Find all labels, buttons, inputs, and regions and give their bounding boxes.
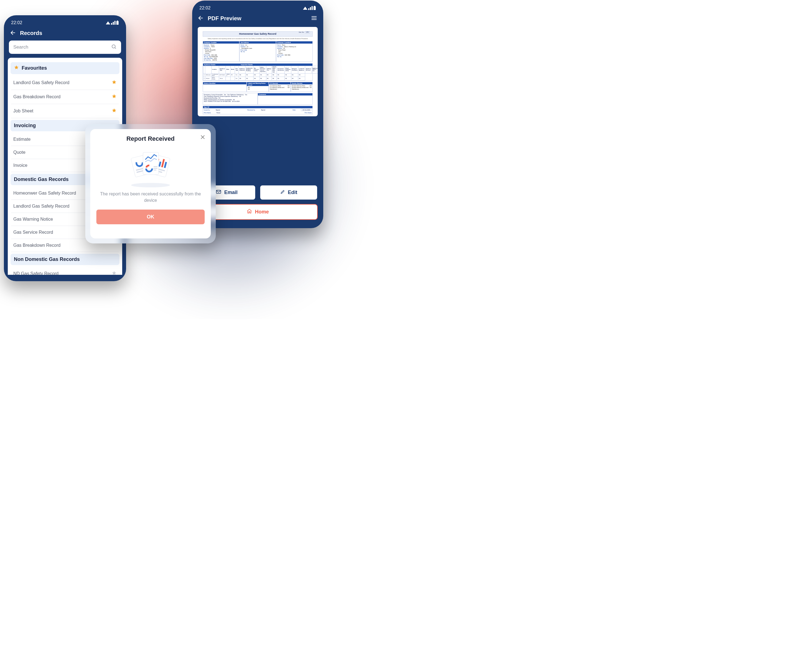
- home-icon: [247, 209, 252, 215]
- item-label: Quote: [13, 150, 25, 155]
- search-input[interactable]: [13, 45, 111, 50]
- doc-cert: Cert. No 278: [299, 31, 310, 33]
- section-head-nondomestic: Non Domestic Gas Records: [10, 254, 120, 265]
- svg-rect-21: [154, 166, 158, 167]
- doc-check-comments: Emergency Control Accessible Yes Gas Tig…: [203, 93, 313, 105]
- item-label: Gas Service Record: [13, 230, 53, 235]
- back-button[interactable]: [10, 30, 16, 36]
- search-icon: [111, 44, 117, 51]
- doc-title: Homeowner Gas Safety Record: [203, 31, 313, 36]
- section-title: Invoicing: [14, 122, 36, 129]
- status-time: 22:02: [11, 20, 22, 25]
- star-icon[interactable]: [112, 79, 117, 86]
- page-title: PDF Preview: [208, 15, 241, 22]
- svg-rect-23: [154, 170, 156, 170]
- item-label: Job Sheet: [13, 109, 33, 114]
- section-title: Favourites: [22, 65, 47, 71]
- svg-point-6: [131, 183, 170, 187]
- status-bar: 22:02: [4, 15, 126, 28]
- status-bar: 22:02: [192, 0, 323, 13]
- status-icons: [303, 6, 316, 10]
- doc-mid: Defects Identified Labels and Warning No…: [203, 82, 313, 92]
- list-item[interactable]: Gas Breakdown Record: [11, 90, 119, 104]
- item-label: Homeonwer Gas Safety Record: [13, 191, 76, 196]
- item-label: Landlord Gas Safety Record: [13, 80, 70, 85]
- item-label: Gas Warning Notice: [13, 217, 53, 222]
- mail-icon: [216, 190, 221, 195]
- report-received-modal: Report Received: [85, 124, 216, 243]
- status-icons: [106, 20, 119, 25]
- svg-rect-3: [314, 7, 316, 10]
- svg-rect-5: [216, 190, 221, 193]
- doc-top-grid: Company / Installer EngineerTrevor Compa…: [203, 41, 313, 61]
- item-label: Invoice: [13, 163, 28, 168]
- status-time: 22:02: [199, 5, 211, 10]
- section-title: Domestic Gas Records: [14, 177, 68, 182]
- item-label: Estimate: [13, 137, 30, 142]
- item-label: Gas Breakdown Record: [13, 94, 61, 99]
- list-item[interactable]: Job Sheet: [11, 104, 119, 118]
- svg-point-2: [112, 45, 115, 48]
- list-item[interactable]: Landlord Gas Safety Record: [11, 76, 119, 90]
- star-icon[interactable]: [112, 94, 117, 100]
- pencil-icon: [280, 189, 285, 196]
- svg-rect-22: [154, 168, 158, 169]
- edit-button[interactable]: Edit: [260, 185, 318, 200]
- doc-subtitle: Safety inspection and reporting carried …: [203, 38, 313, 40]
- svg-rect-1: [117, 20, 118, 21]
- reports-illustration-icon: [124, 146, 177, 188]
- button-label: Home: [255, 209, 269, 215]
- close-icon[interactable]: [200, 134, 206, 141]
- star-icon[interactable]: [112, 108, 117, 114]
- search-wrap: [4, 41, 126, 58]
- ok-button[interactable]: OK: [96, 210, 205, 224]
- back-button[interactable]: [198, 15, 204, 22]
- svg-rect-4: [314, 6, 315, 7]
- doc-appliance-table: Appliance Details Inspection Details Loc…: [203, 63, 313, 81]
- pdf-preview[interactable]: Cert. No 278 Homeowner Gas Safety Record…: [198, 27, 318, 116]
- button-label: Edit: [288, 190, 297, 195]
- section-title: Non Domestic Gas Records: [14, 257, 80, 262]
- svg-rect-0: [116, 21, 119, 25]
- search-box: [9, 41, 121, 54]
- preview-header: PDF Preview: [192, 13, 323, 25]
- modal-body: The report has been received successfull…: [96, 191, 205, 204]
- modal-title: Report Received: [126, 135, 175, 142]
- menu-button[interactable]: [311, 15, 318, 22]
- button-label: Email: [224, 190, 237, 195]
- item-label: ND Gas Safety Record: [13, 271, 58, 275]
- star-icon[interactable]: [112, 271, 117, 275]
- records-header: Records: [4, 28, 126, 41]
- star-icon: [14, 65, 19, 71]
- item-label: Gas Breakdown Record: [13, 243, 61, 248]
- item-label: Landlord Gas Safety Record: [13, 204, 70, 209]
- list-item[interactable]: ND Gas Safety Record: [11, 267, 119, 275]
- page-title: Records: [20, 30, 42, 36]
- doc-signoff: Sign Off Issued by: Signed Received by: …: [203, 106, 313, 114]
- section-head-favourites: Favourites: [10, 62, 120, 74]
